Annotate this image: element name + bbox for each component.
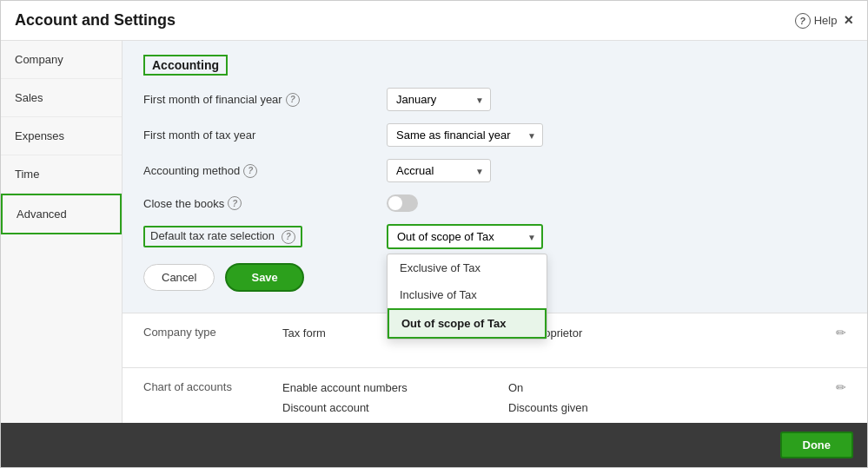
field-label-close-books: Close the books ? [143,196,387,210]
field-label-accounting-method: Accounting method ? [143,164,387,178]
accounting-method-select-wrapper: Accrual ▼ [387,159,491,182]
field-value-accounting-method: Accrual ▼ [387,159,846,182]
header-right: ? Help × [795,11,853,30]
modal-footer: Done [1,423,867,467]
field-value-tax-year: Same as financial year ▼ [387,123,846,147]
chart-value-0: On [508,381,523,394]
modal-container: Account and Settings ? Help × Company Sa… [0,0,868,468]
chart-of-accounts-label: Chart of accounts [143,380,282,423]
close-button[interactable]: × [844,11,853,30]
chart-row-1: Discount account Discounts given [282,401,846,414]
help-icon-accounting[interactable]: ? [243,164,257,178]
field-row-financial-year: First month of financial year ? January … [143,88,846,111]
dropdown-option-exclusive[interactable]: Exclusive of Tax [388,254,547,281]
cancel-button[interactable]: Cancel [143,264,215,291]
chart-row-0: Enable account numbers On ✏ [282,380,846,394]
tax-form-row: Tax form Sole proprietor ✏ [282,326,846,339]
main-content: Accounting First month of financial year… [123,41,867,423]
chart-value-1: Discounts given [508,401,588,414]
chart-label-0: Enable account numbers [282,381,508,394]
modal-title: Account and Settings [15,11,176,30]
chart-edit-icon[interactable]: ✏ [836,380,846,394]
company-type-details: Tax form Sole proprietor ✏ [282,326,846,346]
accounting-method-select[interactable]: Accrual [387,159,491,182]
chart-row-2: Billable expense income account Billable… [282,421,846,423]
default-tax-select[interactable]: Out of scope of Tax [387,224,543,249]
chart-of-accounts-section: Chart of accounts Enable account numbers… [123,367,867,423]
dropdown-option-inclusive[interactable]: Inclusive of Tax [388,281,547,308]
sidebar-item-time[interactable]: Time [1,155,122,194]
help-icon-financial[interactable]: ? [286,93,300,107]
chart-value-2: Billable Expense Income [508,421,632,423]
accounting-header: Accounting [143,55,846,76]
save-button[interactable]: Save [225,263,303,292]
company-type-label: Company type [143,326,282,346]
chart-label-1: Discount account [282,401,508,414]
help-icon-close-books[interactable]: ? [228,196,242,210]
company-type-edit-icon[interactable]: ✏ [836,326,846,339]
financial-year-select-wrapper: January ▼ [387,88,491,111]
sidebar-item-company[interactable]: Company [1,41,122,79]
field-value-default-tax: Out of scope of Tax ▼ Exclusive of Tax I… [387,224,846,249]
field-row-accounting-method: Accounting method ? Accrual ▼ [143,159,846,182]
field-value-financial-year: January ▼ [387,88,846,111]
default-tax-dropdown: Exclusive of Tax Inclusive of Tax Out of… [387,254,547,339]
help-label: Help [814,14,838,27]
field-value-close-books [387,194,846,212]
chart-label-2: Billable expense income account [282,421,508,423]
field-row-close-books: Close the books ? [143,194,846,212]
tax-year-select[interactable]: Same as financial year [387,123,543,147]
help-icon-default-tax[interactable]: ? [282,230,295,244]
modal-body: Company Sales Expenses Time Advanced Acc… [1,41,867,423]
default-tax-select-wrapper: Out of scope of Tax ▼ [387,224,543,249]
financial-year-select[interactable]: January [387,88,491,111]
dropdown-option-out-of-scope[interactable]: Out of scope of Tax [388,308,547,339]
help-circle-icon: ? [795,13,811,29]
sidebar-item-expenses[interactable]: Expenses [1,117,122,155]
close-books-toggle[interactable] [387,194,418,212]
default-tax-label-box: Default tax rate selection ? [143,226,302,247]
field-row-default-tax: Default tax rate selection ? Out of scop… [143,224,846,249]
sidebar: Company Sales Expenses Time Advanced [1,41,123,423]
field-label-default-tax: Default tax rate selection ? [143,226,387,247]
sidebar-item-advanced[interactable]: Advanced [1,194,122,234]
chart-of-accounts-row: Chart of accounts Enable account numbers… [143,380,846,423]
tax-year-select-wrapper: Same as financial year ▼ [387,123,543,147]
accounting-section-label: Accounting [143,55,228,76]
field-label-tax-year: First month of tax year [143,129,387,142]
chart-of-accounts-details: Enable account numbers On ✏ Discount acc… [282,380,846,423]
field-row-tax-year: First month of tax year Same as financia… [143,123,846,147]
field-label-financial-year: First month of financial year ? [143,93,387,107]
accounting-section: Accounting First month of financial year… [123,41,867,313]
help-button[interactable]: ? Help [795,13,838,29]
sidebar-item-sales[interactable]: Sales [1,79,122,117]
done-button[interactable]: Done [780,432,854,458]
modal-header: Account and Settings ? Help × [1,1,867,41]
toggle-knob [388,196,402,210]
